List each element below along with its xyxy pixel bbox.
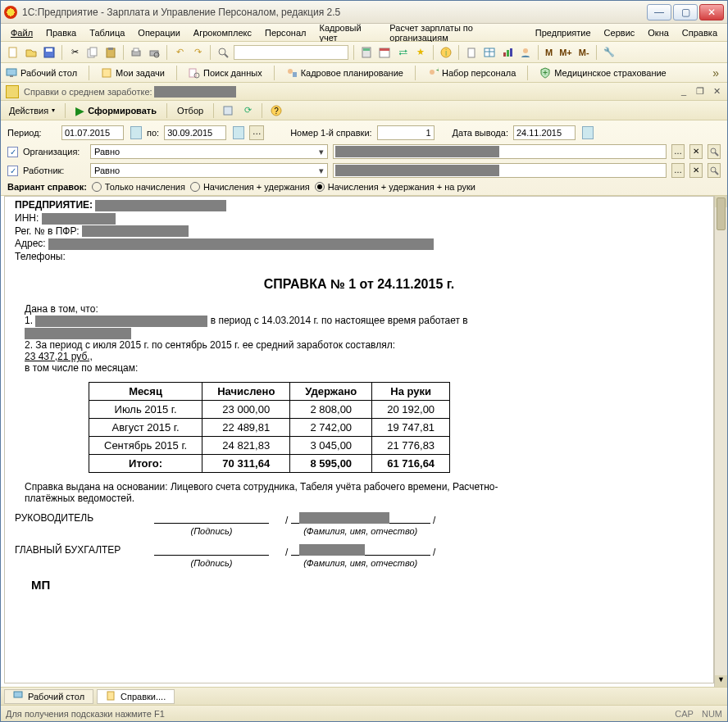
emp-checkbox[interactable]: ✓ (7, 166, 18, 176)
menu-edit[interactable]: Правка (41, 26, 81, 39)
redo-icon[interactable]: ↷ (190, 45, 205, 60)
sub-minimize-button[interactable]: _ (678, 86, 689, 97)
close-button[interactable]: ✕ (699, 4, 724, 20)
menu-windows[interactable]: Окна (643, 26, 674, 39)
settings-icon[interactable] (221, 103, 235, 118)
period-label: Период: (7, 128, 57, 138)
menu-help[interactable]: Справка (677, 26, 722, 39)
document-area[interactable]: ПРЕДПРИЯТИЕ: ИНН: Рег. № в ПФР: Адрес: Т… (4, 196, 714, 683)
chart-icon[interactable] (500, 45, 515, 60)
calendar-icon[interactable] (377, 45, 392, 60)
vertical-scrollbar[interactable]: ▲ ▼ (714, 196, 727, 687)
filter-button[interactable]: Отбор (174, 104, 207, 117)
nav-desktop[interactable]: Рабочий стол (6, 67, 77, 79)
status-hint: Для получения подсказки нажмите F1 (6, 709, 165, 719)
navbar-more-icon[interactable]: » (712, 66, 719, 79)
doc-inn-label: ИНН: (15, 212, 39, 224)
undo-icon[interactable]: ↶ (172, 45, 187, 60)
star-icon[interactable]: ★ (413, 45, 428, 60)
report-icon[interactable] (464, 45, 479, 60)
org-dialog-button[interactable]: … (671, 144, 685, 159)
help-button-icon[interactable]: ? (269, 103, 284, 118)
print-preview-icon[interactable] (147, 45, 162, 60)
dock-tab-desktop[interactable]: Рабочий стол (4, 689, 93, 704)
open-icon[interactable] (24, 45, 39, 60)
variant-opt-full[interactable]: Начисления + удержания + на руки (315, 182, 475, 192)
nav-mytasks[interactable]: Мои задачи (101, 67, 165, 79)
document-icon (106, 691, 117, 702)
generate-button[interactable]: ▶Сформировать (72, 102, 160, 119)
menu-operations[interactable]: Операции (133, 26, 184, 39)
period-from-input[interactable]: 01.07.2015 (61, 125, 124, 140)
dock-tab-doc[interactable]: Справки.... (97, 689, 175, 704)
zoom-plus[interactable]: M+ (557, 48, 574, 57)
emp-clear-button[interactable]: ✕ (689, 163, 703, 178)
minimize-button[interactable]: — (647, 4, 671, 20)
zoom-m[interactable]: M (544, 48, 554, 57)
nav-search[interactable]: Поиск данных (189, 67, 262, 79)
svg-rect-14 (363, 48, 370, 51)
nav-mytasks-label: Мои задачи (116, 68, 165, 78)
search-icon[interactable] (216, 45, 230, 60)
actions-dropdown[interactable]: Действия ▾ (6, 104, 58, 117)
period-to-input[interactable]: 30.09.2015 (164, 125, 226, 140)
svg-line-12 (225, 54, 228, 57)
tools-icon[interactable]: 🔧 (602, 45, 617, 60)
menu-agrocomplex[interactable]: Агрокомплекс (189, 26, 257, 39)
nav-planning[interactable]: Кадровое планирование (286, 67, 403, 79)
print-date-input[interactable]: 24.11.2015 (513, 125, 576, 140)
sig-hint: (Подпись) (154, 558, 269, 568)
emp-lookup-button[interactable] (708, 163, 721, 178)
sub-close-button[interactable]: ✕ (711, 86, 722, 97)
statusbar: Для получения подсказки нажмите F1 CAP N… (1, 705, 727, 721)
menu-table[interactable]: Таблица (84, 26, 130, 39)
emp-comparison-select[interactable]: Равно▾ (90, 163, 328, 178)
date-picker-icon[interactable] (582, 126, 594, 139)
org-value-input[interactable] (333, 144, 667, 159)
cut-icon[interactable]: ✂ (67, 45, 82, 60)
variant-opt-accr[interactable]: Только начисления (92, 182, 185, 192)
menu-service[interactable]: Сервис (599, 26, 640, 39)
menu-payroll[interactable]: Расчет зарплаты по организациям (384, 21, 527, 44)
nav-hiring[interactable]: + Набор персонала (427, 67, 516, 79)
menu-staff[interactable]: Персонал (260, 26, 312, 39)
org-checkbox[interactable]: ✓ (7, 147, 18, 157)
doc-bymonth: в том числе по месяцам: (25, 362, 703, 374)
emp-dialog-button[interactable]: … (671, 163, 685, 178)
maximize-button[interactable]: ▢ (673, 4, 698, 20)
first-cert-no-input[interactable]: 1 (377, 125, 435, 140)
user-icon[interactable] (518, 45, 533, 60)
refresh-icon[interactable]: ⟳ (240, 103, 255, 118)
hiring-icon: + (427, 67, 439, 79)
menu-hr[interactable]: Кадровый учет (314, 21, 381, 44)
svg-text:+: + (436, 67, 439, 75)
desktop-icon (13, 691, 25, 702)
sub-restore-button[interactable]: ❐ (694, 86, 706, 97)
emp-value-input[interactable] (333, 163, 667, 178)
table-icon[interactable] (482, 45, 497, 60)
org-lookup-button[interactable] (708, 144, 721, 159)
save-icon[interactable] (42, 45, 57, 60)
paste-icon[interactable] (103, 45, 118, 60)
menu-file[interactable]: Файл (6, 26, 38, 39)
org-clear-button[interactable]: ✕ (689, 144, 703, 159)
redacted (154, 86, 236, 98)
new-icon[interactable] (6, 45, 20, 60)
print-icon[interactable] (129, 45, 143, 60)
link-icon[interactable]: ⮂ (395, 45, 410, 60)
copy-icon[interactable] (85, 45, 100, 60)
svg-text:?: ? (274, 107, 279, 116)
toolbar-search-input[interactable] (234, 45, 348, 60)
zoom-minus[interactable]: M- (577, 48, 591, 57)
org-comparison-select[interactable]: Равно▾ (90, 144, 328, 159)
period-dialog-button[interactable]: … (249, 125, 264, 140)
variant-opt-accr-ded[interactable]: Начисления + удержания (190, 182, 310, 192)
help-icon[interactable]: i (439, 45, 453, 60)
play-icon: ▶ (75, 104, 84, 117)
nav-planning-label: Кадровое планирование (301, 68, 403, 78)
calc-icon[interactable] (359, 45, 374, 60)
menu-enterprise[interactable]: Предприятие (530, 26, 596, 39)
date-picker-icon[interactable] (130, 126, 142, 139)
date-picker-icon[interactable] (233, 126, 244, 139)
nav-medins[interactable]: Медицинское страхование (539, 67, 666, 79)
